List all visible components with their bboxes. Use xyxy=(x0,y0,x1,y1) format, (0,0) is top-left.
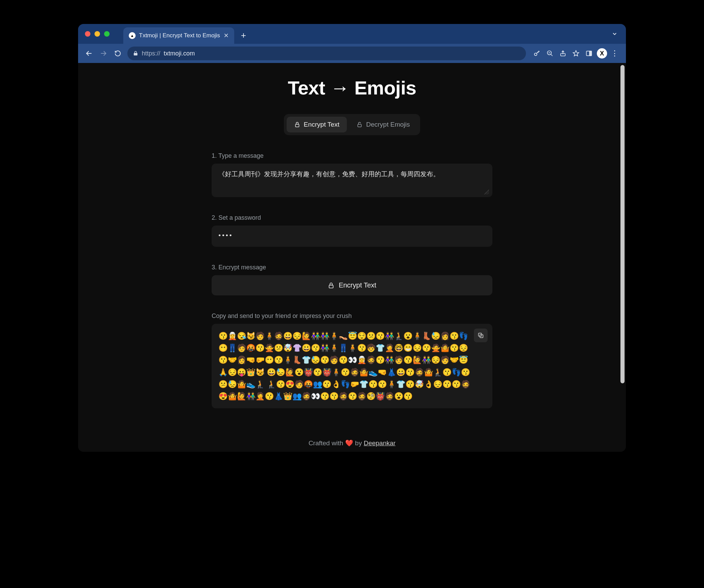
svg-rect-13 xyxy=(329,285,333,288)
toolbar: https://txtmoji.com X ⋮ xyxy=(78,44,626,63)
scrollbar[interactable] xyxy=(620,65,625,383)
mode-switcher: Encrypt Text Decrypt Emojis xyxy=(284,114,420,135)
copy-hint-label: Copy and send to your friend or impress … xyxy=(212,312,492,320)
page-title: Text → Emojis xyxy=(212,77,492,99)
back-button[interactable] xyxy=(83,47,95,60)
browser-window: ▲ Txtmoji | Encrypt Text to Emojis ✕ + h… xyxy=(78,24,626,452)
browser-tab[interactable]: ▲ Txtmoji | Encrypt Text to Emojis ✕ xyxy=(123,27,234,44)
share-icon[interactable] xyxy=(557,47,569,60)
heart-icon: ❤️ xyxy=(345,439,353,447)
resize-handle[interactable] xyxy=(484,190,489,194)
svg-line-4 xyxy=(551,54,553,56)
svg-rect-11 xyxy=(296,124,299,127)
step-2: 2. Set a password •••• xyxy=(212,214,492,247)
address-bar[interactable]: https://txtmoji.com xyxy=(127,47,526,60)
tabs-dropdown-icon[interactable] xyxy=(612,31,618,37)
tab-title: Txtmoji | Encrypt Text to Emojis xyxy=(139,32,220,39)
footer-by: by xyxy=(353,439,364,447)
zoom-out-icon[interactable] xyxy=(544,47,556,60)
toolbar-actions: X ⋮ xyxy=(531,47,621,60)
svg-marker-7 xyxy=(573,51,579,56)
step1-label: 1. Type a message xyxy=(212,152,492,159)
tab-encrypt[interactable]: Encrypt Text xyxy=(287,117,347,132)
close-tab-icon[interactable]: ✕ xyxy=(224,32,229,39)
lock-icon xyxy=(328,282,335,289)
window-controls xyxy=(78,31,116,37)
viewport: Text → Emojis Encrypt Text Decrypt Emoji… xyxy=(78,63,626,452)
url-scheme: https:// xyxy=(142,50,160,57)
tab-decrypt-label: Decrypt Emojis xyxy=(366,121,410,128)
step-3: 3. Encrypt message Encrypt Text xyxy=(212,264,492,295)
emoji-output[interactable]: 😗🧝😪😼🧑🧍🧔😀😔🙋👫👫🧍👡😇😌😕😗👫🧎😮🧍👢😓👩😗👣😶👖🧑🤬😗🙅😕🤯👚😀😗👫🧍… xyxy=(212,324,492,408)
maximize-window-button[interactable] xyxy=(104,31,110,37)
svg-point-2 xyxy=(535,53,537,55)
message-input[interactable]: 《好工具周刊》发现并分享有趣，有创意，免费、好用的工具，每周四发布。 xyxy=(212,164,492,197)
password-input[interactable]: •••• xyxy=(212,226,492,247)
page-content: Text → Emojis Encrypt Text Decrypt Emoji… xyxy=(212,63,492,450)
forward-button[interactable] xyxy=(97,47,110,60)
tab-decrypt[interactable]: Decrypt Emojis xyxy=(349,117,417,132)
step-1: 1. Type a message 《好工具周刊》发现并分享有趣，有创意，免费、… xyxy=(212,152,492,197)
menu-icon[interactable]: ⋮ xyxy=(609,47,621,60)
author-link[interactable]: Deepankar xyxy=(364,439,395,447)
lock-icon xyxy=(294,122,300,128)
svg-rect-12 xyxy=(358,124,362,127)
new-tab-button[interactable]: + xyxy=(241,30,246,41)
output-section: Copy and send to your friend or impress … xyxy=(212,312,492,408)
step3-label: 3. Encrypt message xyxy=(212,264,492,271)
password-key-icon[interactable] xyxy=(531,47,543,60)
profile-avatar[interactable]: X xyxy=(596,47,608,60)
titlebar: ▲ Txtmoji | Encrypt Text to Emojis ✕ + xyxy=(78,24,626,44)
url-host: txtmoji.com xyxy=(164,50,195,57)
footer-prefix: Crafted with xyxy=(309,439,345,447)
encrypt-button[interactable]: Encrypt Text xyxy=(212,275,492,295)
footer: Crafted with ❤️ by Deepankar xyxy=(212,439,492,447)
tab-encrypt-label: Encrypt Text xyxy=(304,121,339,128)
svg-rect-10 xyxy=(590,51,592,55)
reload-button[interactable] xyxy=(112,47,124,60)
copy-icon xyxy=(477,332,484,339)
lock-icon xyxy=(133,51,138,56)
bookmark-star-icon[interactable] xyxy=(570,47,582,60)
side-panel-icon[interactable] xyxy=(583,47,595,60)
close-window-button[interactable] xyxy=(85,31,90,37)
copy-button[interactable] xyxy=(474,329,488,342)
unlock-icon xyxy=(356,122,363,128)
minimize-window-button[interactable] xyxy=(95,31,100,37)
favicon-icon: ▲ xyxy=(129,32,136,39)
step2-label: 2. Set a password xyxy=(212,214,492,221)
encrypt-button-label: Encrypt Text xyxy=(339,281,376,289)
